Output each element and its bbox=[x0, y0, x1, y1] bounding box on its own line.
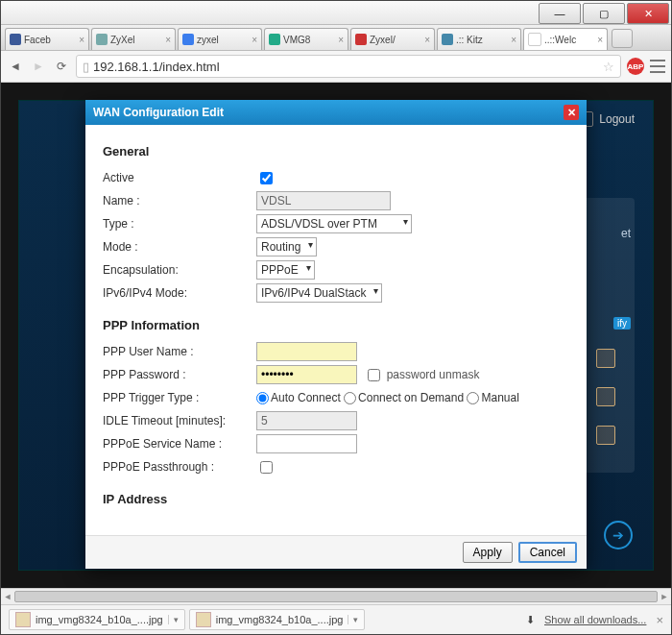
page-icon: ▯ bbox=[83, 60, 89, 74]
trash-icon[interactable] bbox=[596, 387, 615, 406]
favicon-google bbox=[182, 34, 194, 45]
scroll-thumb[interactable] bbox=[14, 591, 658, 602]
label-svcname: PPPoE Service Name : bbox=[103, 437, 256, 451]
window-close-button[interactable]: ✕ bbox=[627, 3, 669, 24]
page-viewport: Logout et ify ➔ WAN Configuration Edit ✕… bbox=[1, 83, 671, 588]
chrome-menu-button[interactable] bbox=[650, 60, 665, 73]
wan-config-modal: WAN Configuration Edit ✕ General Active … bbox=[85, 100, 587, 569]
download-menu-icon[interactable]: ▾ bbox=[348, 615, 358, 624]
tab-close-icon[interactable]: × bbox=[597, 35, 603, 45]
section-ip: IP Address bbox=[103, 492, 569, 506]
tab-google-zyxel[interactable]: zyxel× bbox=[178, 28, 262, 50]
label-encap: Encapsulation: bbox=[103, 263, 256, 277]
favicon-tj bbox=[355, 34, 367, 45]
logout-link[interactable]: Logout bbox=[578, 111, 635, 127]
modal-title-text: WAN Configuration Edit bbox=[93, 106, 224, 119]
modal-close-button[interactable]: ✕ bbox=[564, 105, 579, 120]
cancel-button[interactable]: Cancel bbox=[518, 542, 577, 563]
modal-footer: Apply Cancel bbox=[85, 535, 587, 569]
horizontal-scrollbar[interactable]: ◄ ► bbox=[1, 588, 671, 604]
favicon-facebook bbox=[10, 34, 21, 45]
reload-button[interactable]: ⟳ bbox=[53, 58, 70, 75]
url-text: 192.168.1.1/index.html bbox=[93, 60, 220, 74]
label-ppp-user: PPP User Name : bbox=[103, 345, 256, 358]
tab-kitz[interactable]: .:: Kitz× bbox=[437, 28, 521, 50]
download-item[interactable]: img_vmg8324_b10a_....jpg ▾ bbox=[189, 609, 366, 630]
tab-close-icon[interactable]: × bbox=[424, 35, 430, 45]
tab-welcome-active[interactable]: ..::Welc× bbox=[523, 28, 608, 50]
type-select[interactable]: ADSL/VDSL over PTM bbox=[256, 214, 412, 233]
trigger-auto-radio[interactable] bbox=[256, 392, 269, 404]
active-checkbox[interactable] bbox=[260, 172, 273, 184]
tab-close-icon[interactable]: × bbox=[511, 35, 516, 45]
tab-strip: Faceb× ZyXel× zyxel× VMG8× Zyxel/× .:: K… bbox=[1, 25, 671, 51]
label-trigger: PPP Trigger Type : bbox=[103, 391, 256, 404]
new-tab-button[interactable] bbox=[612, 29, 633, 48]
label-passthru: PPPoE Passthrough : bbox=[103, 460, 256, 474]
adblock-icon[interactable]: ABP bbox=[627, 58, 644, 75]
bookmark-star-icon[interactable]: ☆ bbox=[603, 60, 614, 74]
scroll-right-arrow[interactable]: ► bbox=[658, 589, 671, 604]
trigger-demand-radio[interactable] bbox=[344, 392, 356, 404]
download-bar: img_vmg8324_b10a_....jpg ▾ img_vmg8324_b… bbox=[1, 604, 671, 634]
ppp-user-input[interactable] bbox=[256, 342, 357, 361]
ipmode-select[interactable]: IPv6/IPv4 DualStack bbox=[256, 283, 382, 303]
browser-window: — ▢ ✕ Faceb× ZyXel× zyxel× VMG8× Zyxel/×… bbox=[0, 0, 672, 635]
download-bar-close-icon[interactable]: × bbox=[656, 613, 663, 627]
passthrough-checkbox[interactable] bbox=[260, 461, 273, 474]
download-menu-icon[interactable]: ▾ bbox=[168, 615, 179, 624]
download-arrow-icon: ⬇ bbox=[526, 614, 535, 626]
label-ppp-pass: PPP Password : bbox=[103, 368, 256, 381]
encap-select[interactable]: PPPoE bbox=[256, 260, 315, 280]
trash-icon[interactable] bbox=[596, 426, 615, 445]
label-unmask: password unmask bbox=[387, 368, 480, 381]
window-titlebar: — ▢ ✕ bbox=[1, 1, 671, 25]
ppp-pass-input[interactable] bbox=[256, 365, 357, 384]
label-mode: Mode : bbox=[103, 240, 256, 254]
forward-button[interactable]: ► bbox=[30, 58, 47, 75]
mode-select[interactable]: Routing bbox=[256, 237, 317, 256]
label-type: Type : bbox=[103, 217, 256, 231]
svcname-input[interactable] bbox=[256, 434, 357, 453]
label-active: Active bbox=[103, 171, 256, 184]
favicon-kitz bbox=[442, 34, 453, 45]
apply-button[interactable]: Apply bbox=[463, 542, 513, 563]
section-general: General bbox=[103, 144, 569, 159]
tab-facebook[interactable]: Faceb× bbox=[5, 28, 89, 50]
address-bar[interactable]: ▯ 192.168.1.1/index.html ☆ bbox=[76, 55, 621, 78]
tab-tj-zyxel[interactable]: Zyxel/× bbox=[350, 28, 435, 50]
label-idle: IDLE Timeout [minutes]: bbox=[103, 414, 256, 427]
name-input[interactable] bbox=[256, 191, 391, 210]
modal-titlebar: WAN Configuration Edit ✕ bbox=[85, 100, 587, 125]
window-maximize-button[interactable]: ▢ bbox=[583, 3, 625, 24]
scroll-left-arrow[interactable]: ◄ bbox=[1, 589, 14, 604]
tab-close-icon[interactable]: × bbox=[79, 35, 84, 45]
tab-zyxel-1[interactable]: ZyXel× bbox=[91, 28, 176, 50]
browser-toolbar: ◄ ► ⟳ ▯ 192.168.1.1/index.html ☆ ABP bbox=[1, 51, 671, 83]
favicon-zyxel bbox=[96, 34, 108, 45]
trash-icon[interactable] bbox=[596, 349, 615, 368]
next-arrow-button[interactable]: ➔ bbox=[604, 521, 633, 550]
download-item[interactable]: img_vmg8324_b10a_....jpg ▾ bbox=[9, 609, 185, 630]
section-ppp: PPP Information bbox=[103, 318, 569, 332]
tab-close-icon[interactable]: × bbox=[165, 35, 171, 45]
label-name: Name : bbox=[103, 194, 256, 208]
file-icon bbox=[15, 612, 31, 627]
tab-close-icon[interactable]: × bbox=[338, 35, 344, 45]
window-minimize-button[interactable]: — bbox=[539, 3, 581, 24]
label-ipmode: IPv6/IPv4 Mode: bbox=[103, 286, 256, 300]
favicon-vmg bbox=[269, 34, 280, 45]
tab-close-icon[interactable]: × bbox=[252, 35, 257, 45]
back-button[interactable]: ◄ bbox=[7, 58, 24, 75]
tab-vmg8[interactable]: VMG8× bbox=[264, 28, 348, 50]
trigger-manual-radio[interactable] bbox=[467, 392, 479, 404]
file-icon bbox=[196, 612, 211, 627]
favicon-blank bbox=[528, 33, 541, 46]
modal-body[interactable]: General Active Name : Type : ADSL/VDSL o… bbox=[85, 125, 587, 535]
show-all-downloads-link[interactable]: Show all downloads... bbox=[544, 614, 646, 625]
unmask-checkbox[interactable] bbox=[368, 369, 380, 381]
idle-input[interactable] bbox=[256, 411, 357, 430]
